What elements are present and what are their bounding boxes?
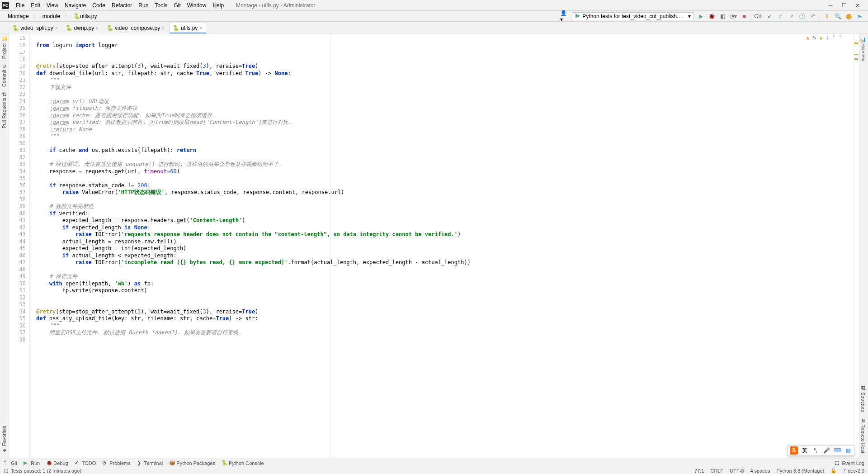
remote-host-tool-button[interactable]: 🖥 Remote Host <box>859 415 867 456</box>
inspection-widget[interactable]: ▲5 ▲1 ˄ ˅ <box>807 34 842 42</box>
sogou-icon[interactable]: S <box>790 446 798 455</box>
stripe-warning-mark[interactable] <box>854 43 858 44</box>
sciview-tool-button[interactable]: 📊 SciView <box>859 33 867 64</box>
code-area[interactable]: ▲5 ▲1 ˄ ˅ from loguru import logger@retr… <box>36 33 854 459</box>
caret-position[interactable]: 77:1 <box>694 468 704 474</box>
close-icon[interactable]: × <box>199 26 202 31</box>
line-number-gutter[interactable]: 1516171819202122232425262728293031323334… <box>9 33 30 459</box>
pull-requests-tool-button[interactable]: Pull Requests ⇄ <box>0 90 8 131</box>
menu-help[interactable]: Help <box>209 1 227 9</box>
git-tool-button[interactable]: ᛘGit <box>4 460 17 466</box>
close-button[interactable]: ✕ <box>854 2 861 9</box>
run-tool-button[interactable]: ▶Run <box>24 460 40 466</box>
menu-edit[interactable]: Edit <box>28 1 43 9</box>
tab-video-compose[interactable]: 🐍video_compose.py× <box>104 23 169 33</box>
project-tool-button[interactable]: Project 📁 <box>0 33 8 62</box>
ime-toolbox-icon[interactable]: ▦ <box>844 446 852 455</box>
warning-icon: ▲ <box>807 34 810 42</box>
git-history-icon[interactable]: 🕐 <box>798 12 806 20</box>
todo-icon: ✔ <box>75 460 80 466</box>
git-rollback-icon[interactable]: ↶ <box>809 12 817 20</box>
forward-icon[interactable]: ➤ <box>855 12 863 20</box>
minimize-button[interactable]: ─ <box>827 2 834 9</box>
status-bar: ▢ Tests passed: 1 (2 minutes ago) 77:1 C… <box>0 467 868 474</box>
problems-icon: ⊘ <box>102 460 108 466</box>
bottom-tool-window-bar: ᛘGit ▶Run 🐞Debug ✔TODO ⊘Problems ❯_Termi… <box>0 459 868 467</box>
todo-tool-button[interactable]: ✔TODO <box>75 460 96 466</box>
python-icon: 🐍 <box>222 460 227 466</box>
close-icon[interactable]: × <box>96 26 99 31</box>
python-file-icon: 🐍 <box>74 13 80 19</box>
stop-button[interactable]: ■ <box>740 12 748 20</box>
ime-lang-toggle[interactable]: 英 <box>801 446 809 455</box>
test-icon: ⯈ <box>575 13 580 19</box>
menu-tools[interactable]: Tools <box>151 1 170 9</box>
terminal-icon: ❯_ <box>137 460 143 466</box>
editor-tab-bar: 🐍video_split.py× 🐍dwnp.py× 🐍video_compos… <box>0 22 868 33</box>
indent-setting[interactable]: 4 spaces <box>750 468 770 474</box>
chevron-up-icon[interactable]: ˄ <box>833 34 835 42</box>
menu-file[interactable]: File <box>13 1 28 9</box>
menu-window[interactable]: Window <box>184 1 210 9</box>
menu-git[interactable]: Git <box>170 1 184 9</box>
git-push-icon[interactable]: ↗ <box>787 12 795 20</box>
right-tool-window-bar: 📊 SciView 🏗 Structure 🖥 Remote Host <box>859 33 868 459</box>
git-branch-widget[interactable]: ᛘ dev-2.0 <box>843 468 864 474</box>
weak-warning-icon: ▲ <box>820 34 823 42</box>
ime-punct-toggle[interactable]: °, <box>811 446 820 455</box>
hide-tool-windows-icon[interactable]: ▢ <box>4 468 8 474</box>
python-console-tool-button[interactable]: 🐍Python Console <box>222 460 264 466</box>
line-separator[interactable]: CRLF <box>711 468 724 474</box>
window-controls: ─ ☐ ✕ <box>827 2 866 9</box>
search-everywhere-icon[interactable]: 🔍 <box>834 12 842 20</box>
python-packages-tool-button[interactable]: 📦Python Packages <box>169 460 215 466</box>
structure-tool-button[interactable]: 🏗 Structure <box>859 383 867 415</box>
event-log-tool-button[interactable]: 🕮Event Log <box>835 460 864 466</box>
ime-voice-icon[interactable]: 🎤 <box>822 446 830 455</box>
debug-button[interactable]: 🐞 <box>708 12 716 20</box>
close-icon[interactable]: × <box>55 26 58 31</box>
problems-tool-button[interactable]: ⊘Problems <box>102 460 130 466</box>
python-file-icon: 🐍 <box>173 25 179 31</box>
terminal-tool-button[interactable]: ❯_Terminal <box>137 460 163 466</box>
ide-updates-icon[interactable]: ⬇ <box>823 12 831 20</box>
tab-utils[interactable]: 🐍utils.py× <box>170 23 206 33</box>
close-icon[interactable]: × <box>162 26 165 31</box>
app-icon: PC <box>2 2 9 9</box>
menu-navigate[interactable]: Navigate <box>61 1 89 9</box>
breadcrumb-file[interactable]: 🐍utils.py <box>71 12 100 20</box>
profile-button[interactable]: ◔▾ <box>729 12 737 20</box>
read-only-toggle-icon[interactable]: 🔓 <box>830 468 837 474</box>
commit-tool-button[interactable]: Commit ⊙ <box>0 62 8 90</box>
coverage-button[interactable]: ◧ <box>718 12 726 20</box>
breadcrumb-module[interactable]: module <box>39 12 63 20</box>
menu-run[interactable]: Run <box>135 1 151 9</box>
chevron-down-icon[interactable]: ˅ <box>839 34 842 42</box>
tab-video-split[interactable]: 🐍video_split.py× <box>9 23 62 33</box>
error-stripe[interactable] <box>854 33 859 459</box>
git-commit-icon[interactable]: ✓ <box>776 12 784 20</box>
breadcrumb-project[interactable]: Montage <box>5 12 32 20</box>
python-interpreter[interactable]: Python 3.8 (Montage) <box>776 468 824 474</box>
ime-keyboard-icon[interactable]: ⌨ <box>833 446 841 455</box>
git-update-icon[interactable]: ↙ <box>765 12 774 20</box>
stripe-warning-mark[interactable] <box>854 58 858 60</box>
settings-icon[interactable]: ⬤ <box>844 12 853 20</box>
menu-code[interactable]: Code <box>89 1 108 9</box>
run-config-selector[interactable]: ⯈ Python tests for test_video_cut_publis… <box>572 12 694 20</box>
menu-view[interactable]: View <box>43 1 61 9</box>
menu-file-lbl: ile <box>19 2 24 9</box>
code-with-me-icon[interactable]: 👤▾ <box>560 13 569 20</box>
ime-toolbar[interactable]: S 英 °, 🎤 ⌨ ▦ <box>788 445 854 456</box>
fold-gutter[interactable] <box>30 33 36 459</box>
menu-bar: PC File Edit View Navigate Code Refactor… <box>0 0 868 11</box>
chevron-down-icon: ▾ <box>688 13 691 19</box>
stripe-warning-mark[interactable] <box>854 54 858 55</box>
run-button[interactable]: ▶ <box>697 12 705 20</box>
maximize-button[interactable]: ☐ <box>841 2 847 9</box>
debug-tool-button[interactable]: 🐞Debug <box>46 460 68 466</box>
tab-dwnp[interactable]: 🐍dwnp.py× <box>63 23 103 33</box>
favorites-tool-button[interactable]: ★ Favorites <box>0 423 8 456</box>
menu-refactor[interactable]: Refactor <box>108 1 135 9</box>
file-encoding[interactable]: UTF-8 <box>730 468 744 474</box>
